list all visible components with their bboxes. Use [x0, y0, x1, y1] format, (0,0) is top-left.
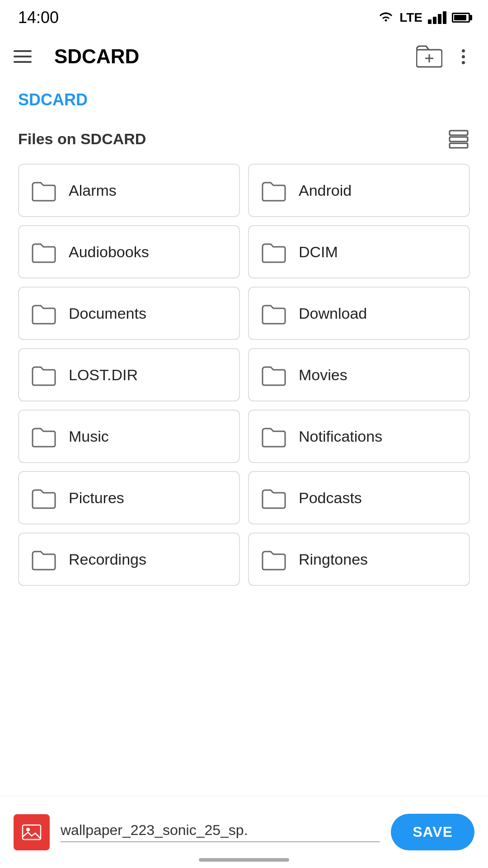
folder-icon	[262, 486, 286, 510]
svg-rect-3	[450, 131, 468, 135]
folder-item[interactable]: Pictures	[18, 471, 240, 524]
status-icons: LTE	[378, 10, 470, 25]
new-folder-button[interactable]	[416, 43, 443, 70]
folder-item[interactable]: Download	[248, 287, 470, 340]
lte-label: LTE	[399, 10, 422, 25]
svg-rect-6	[23, 825, 41, 840]
folder-icon	[32, 240, 56, 264]
breadcrumb-text[interactable]: SDCARD	[18, 90, 88, 109]
folder-svg	[32, 302, 56, 325]
section-title: Files on SDCARD	[18, 130, 146, 148]
folder-icon	[262, 178, 286, 203]
folder-icon	[262, 301, 286, 326]
folder-item[interactable]: Music	[18, 410, 240, 463]
folder-icon	[262, 547, 286, 571]
folder-svg	[32, 548, 56, 571]
folder-name: Notifications	[299, 428, 382, 445]
grid-list-icon	[449, 129, 469, 149]
app-bar-actions	[416, 43, 474, 70]
folder-item[interactable]: Notifications	[248, 410, 470, 463]
folder-svg	[32, 179, 56, 202]
folder-svg	[32, 363, 56, 386]
wifi-icon	[378, 11, 394, 24]
folder-name: Ringtones	[299, 551, 368, 568]
folder-name: LOST.DIR	[69, 366, 138, 384]
folder-svg	[262, 486, 286, 509]
folder-name: Documents	[69, 305, 146, 322]
battery-icon	[452, 13, 470, 23]
folder-name: Movies	[299, 366, 347, 384]
folder-name: DCIM	[299, 243, 338, 261]
folder-svg	[262, 241, 286, 263]
status-time: 14:00	[18, 8, 59, 27]
folder-icon	[32, 301, 56, 326]
folder-svg	[262, 548, 286, 571]
menu-button[interactable]	[14, 45, 36, 68]
file-name-input[interactable]	[61, 822, 380, 842]
folder-icon	[32, 424, 56, 448]
folder-svg	[32, 241, 56, 263]
folder-name: Pictures	[69, 489, 124, 507]
folder-name: Download	[299, 305, 367, 322]
folder-item[interactable]: LOST.DIR	[18, 348, 240, 401]
svg-rect-4	[450, 137, 468, 142]
folder-svg	[32, 425, 56, 448]
file-thumbnail	[14, 814, 50, 850]
folder-name: Music	[69, 428, 109, 445]
folder-icon	[32, 363, 56, 387]
folder-item[interactable]: Alarms	[18, 164, 240, 217]
folder-item[interactable]: Documents	[18, 287, 240, 340]
folder-svg	[262, 302, 286, 325]
app-title: SDCARD	[54, 45, 416, 68]
new-folder-icon	[416, 45, 442, 68]
folder-svg	[262, 363, 286, 386]
save-button[interactable]: SAVE	[391, 814, 474, 850]
folder-name: Recordings	[69, 551, 146, 568]
folder-name: Alarms	[69, 182, 117, 199]
folder-name: Podcasts	[299, 489, 362, 507]
folder-svg	[262, 425, 286, 448]
folder-name: Android	[299, 182, 352, 199]
bottom-bar: SAVE	[0, 796, 488, 868]
folder-item[interactable]: Android	[248, 164, 470, 217]
folder-name: Audiobooks	[69, 243, 149, 261]
folder-icon	[32, 178, 56, 203]
folder-item[interactable]: Movies	[248, 348, 470, 401]
status-bar: 14:00 LTE	[0, 0, 488, 32]
folder-icon	[32, 486, 56, 510]
folder-icon	[32, 547, 56, 571]
folder-icon	[262, 363, 286, 387]
folder-item[interactable]: Podcasts	[248, 471, 470, 524]
folder-item[interactable]: Audiobooks	[18, 225, 240, 278]
svg-rect-5	[450, 143, 468, 148]
svg-point-7	[26, 828, 30, 831]
signal-icon	[428, 11, 446, 24]
folder-item[interactable]: DCIM	[248, 225, 470, 278]
app-bar: SDCARD	[0, 32, 488, 81]
folder-svg	[32, 486, 56, 509]
folder-item[interactable]: Recordings	[18, 533, 240, 586]
folder-icon	[262, 424, 286, 448]
folder-grid: Alarms Android Audiobooks DCIM	[0, 159, 488, 590]
more-options-button[interactable]	[452, 45, 474, 68]
section-header: Files on SDCARD	[0, 114, 488, 159]
image-icon	[22, 822, 42, 842]
list-view-toggle[interactable]	[447, 127, 470, 150]
folder-svg	[262, 179, 286, 202]
folder-item[interactable]: Ringtones	[248, 533, 470, 586]
home-indicator	[199, 858, 289, 862]
folder-icon	[262, 240, 286, 264]
breadcrumb: SDCARD	[0, 81, 488, 114]
